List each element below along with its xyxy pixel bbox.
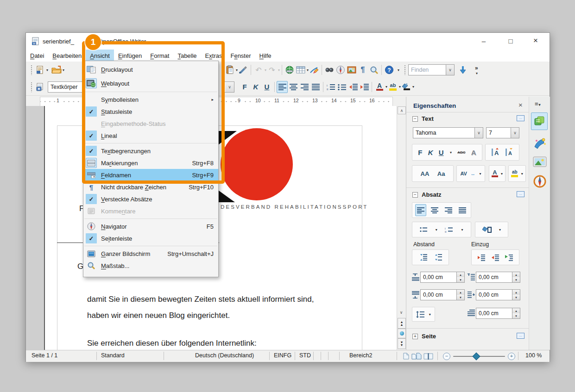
menu-datei[interactable]: Datei [26,50,48,62]
paste-button[interactable] [224,64,235,76]
numbered-list-dropdown-icon[interactable]: ▾ [461,228,463,232]
paragraph-background-dropdown-icon[interactable]: ▾ [499,228,501,232]
font-color-dropdown-icon-sidebar[interactable]: ▾ [501,172,503,176]
increase-indent-button-sidebar[interactable] [477,254,486,261]
navigator-button[interactable] [335,64,346,76]
numbered-list-button[interactable]: III [325,81,336,93]
highlighting-button[interactable]: ab [387,81,398,93]
switch-indent-button[interactable] [505,254,513,261]
lowercase-button[interactable]: Aa [437,170,445,177]
find-toolbar-grip[interactable] [404,65,406,75]
zoom-button[interactable] [368,64,379,76]
font-color-button[interactable]: A [374,81,385,93]
tab-properties[interactable] [531,112,548,130]
navigation-button[interactable] [398,329,406,338]
next-page-button[interactable]: ▼▼ [398,338,406,349]
underline-button[interactable]: U [261,81,272,93]
scroll-down-icon[interactable]: ∨ [398,309,405,316]
previous-page-button[interactable]: ▲▲ [398,318,406,329]
font-name-combo[interactable]: Tahoma∨ [413,127,483,138]
draw-functions-button[interactable] [309,64,320,76]
after-indent-input[interactable]: 0,00 cm▲▼ [476,289,520,300]
menu-item-massstab[interactable]: Maßstab... [83,260,218,272]
line-spacing-dropdown-icon[interactable]: ▾ [429,312,431,317]
new-document-button[interactable] [35,64,46,76]
status-section[interactable]: Bereich2 [349,352,372,359]
gallery-button[interactable] [346,64,357,76]
zoom-out-icon[interactable]: − [443,353,450,360]
open-dropdown-icon[interactable]: ▾ [63,68,64,72]
find-replace-button[interactable] [324,64,335,76]
sidebar-menu-icon[interactable]: ≡▾ [535,100,541,107]
apply-style-icon[interactable] [35,81,46,93]
page-dialog-launcher-icon[interactable]: … [517,333,524,339]
increase-font-button[interactable]: A [491,148,500,157]
align-justify-button[interactable] [310,81,321,93]
toolbar-grip[interactable] [31,65,33,75]
decrease-spacing-button[interactable] [434,254,442,261]
nonprinting-characters-button[interactable]: ¶ [357,64,368,76]
close-button[interactable]: × [525,33,546,49]
sidebar-close-icon[interactable]: × [518,101,523,109]
zoom-in-icon[interactable]: + [508,353,515,360]
decrease-font-button[interactable]: A [505,148,514,157]
text-dialog-launcher-icon[interactable]: … [517,115,524,121]
find-toolbar-overflow[interactable]: »▾ [475,65,478,75]
hyperlink-button[interactable] [284,64,295,76]
tab-wizard[interactable] [533,137,547,150]
firstline-indent-input[interactable]: 0,00 cm▲▼ [476,308,520,319]
find-input[interactable]: Finden ∨ [408,64,455,75]
status-selection-mode[interactable]: STD [299,352,311,359]
new-document-dropdown-icon[interactable]: ▾ [46,68,48,72]
menu-fenster[interactable]: Fenster [226,50,255,62]
align-right-button[interactable] [299,81,310,93]
status-language[interactable]: Deutsch (Deutschland) [195,352,254,359]
expand-page-section[interactable]: + [412,334,418,339]
decrease-indent-button[interactable] [348,81,359,93]
open-button[interactable] [51,64,62,76]
vertical-scrollbar[interactable]: ∧ ∨ ▲▲ ▼▼ [397,106,405,350]
table-button[interactable] [295,64,306,76]
find-next-icon[interactable] [457,64,468,76]
maximize-button[interactable]: □ [500,33,521,49]
underline-button-sidebar[interactable]: U [439,149,444,156]
underline-dropdown-icon[interactable]: ▾ [450,150,452,155]
align-center-button[interactable] [288,81,299,93]
help-button[interactable]: ? [384,64,395,76]
decrease-indent-button-sidebar[interactable] [491,254,499,261]
increase-spacing-button[interactable] [419,254,427,261]
bold-button-sidebar[interactable]: F [418,149,422,156]
numbered-list-button-sidebar[interactable]: III [445,227,453,233]
background-color-dropdown-icon[interactable]: ▾ [412,85,414,89]
above-spacing-input[interactable]: 0,00 cm▲▼ [420,272,465,283]
single-page-view-icon[interactable] [403,353,409,360]
character-spacing-button[interactable]: AV [460,171,467,176]
formatting-toolbar-grip[interactable] [31,82,33,92]
align-center-button-sidebar[interactable] [429,204,440,216]
status-zoom-level[interactable]: 100 % [525,352,542,359]
minimize-button[interactable]: – [474,33,494,49]
bullet-list-button[interactable] [336,81,348,93]
status-page-style[interactable]: Standard [101,352,125,359]
italic-button-sidebar[interactable]: K [428,149,433,156]
line-spacing-button[interactable] [416,311,424,318]
align-left-button-sidebar[interactable] [415,204,426,216]
status-insert-mode[interactable]: EINFG [274,352,291,359]
paragraph-dialog-launcher-icon[interactable]: … [517,191,524,197]
collapse-text-section[interactable]: − [412,116,418,122]
uppercase-button[interactable]: AA [421,170,430,177]
scroll-up-icon[interactable]: ∧ [398,106,406,114]
menu-hilfe[interactable]: Hilfe [255,50,276,62]
format-paintbrush-button[interactable] [238,64,249,76]
character-spacing-dropdown-icon[interactable]: ▾ [480,172,481,176]
below-spacing-input[interactable]: 0,00 cm▲▼ [420,289,465,300]
italic-button[interactable]: K [250,81,261,93]
bullet-list-button-sidebar[interactable] [420,227,427,233]
font-size-combo-sidebar[interactable]: 7∨ [486,127,519,138]
bold-button[interactable]: F [239,81,250,93]
align-justify-button-sidebar[interactable] [457,204,468,216]
status-page[interactable]: Seite 1 / 1 [32,352,57,359]
tab-navigator[interactable] [533,174,547,188]
multi-page-view-icon[interactable] [411,353,422,360]
strikethrough-button[interactable]: ABC [457,150,465,155]
